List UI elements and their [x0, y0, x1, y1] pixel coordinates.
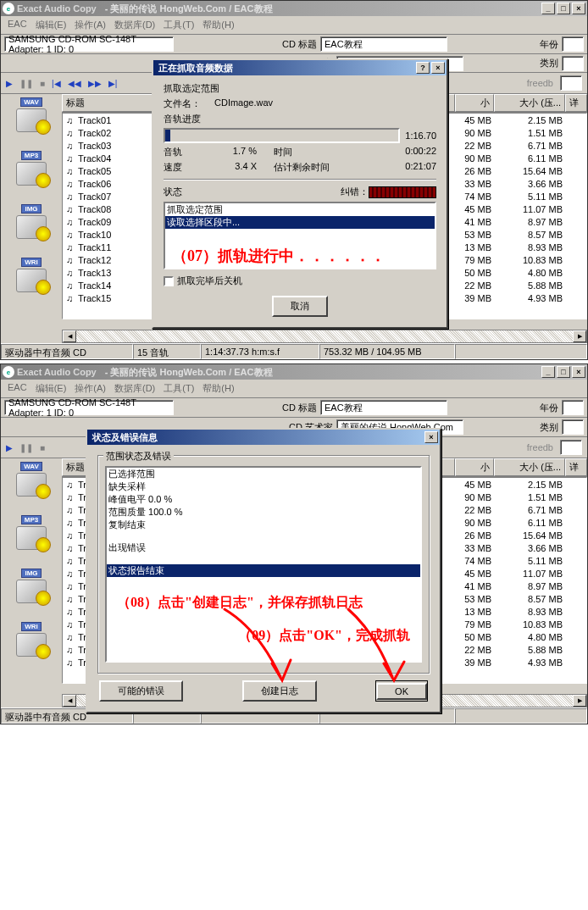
titlebar[interactable]: e Exact Audio Copy- 美丽的传说 HongWeb.Com / …: [1, 1, 587, 16]
menubar: EAC 编辑(E) 操作(A) 数据库(D) 工具(T) 帮助(H): [1, 16, 587, 35]
annotation-08: （08）点击"创建日志"，并保存抓轨日志: [107, 577, 420, 615]
list-item-selected: 状态报告结束: [107, 564, 420, 577]
toolbar-row: SAMSUNG CD-ROM SC-148T Adapter: 1 ID: 0 …: [1, 35, 587, 54]
next-button[interactable]: ▶|: [108, 79, 118, 88]
dialog-close-button[interactable]: ×: [424, 431, 438, 443]
freedb-input[interactable]: [560, 75, 582, 91]
menu-database[interactable]: 数据库(D): [111, 18, 158, 32]
sidebar: WAV MP3 IMG WRI: [1, 94, 62, 343]
col-small[interactable]: 小: [455, 458, 494, 476]
menu-help[interactable]: 帮助(H): [199, 381, 237, 396]
col-size[interactable]: 大小 (压...: [494, 458, 565, 476]
cd-icon: [16, 580, 47, 603]
shutdown-label: 抓取完毕后关机: [177, 275, 242, 286]
cancel-button[interactable]: 取消: [272, 296, 328, 317]
prev-button[interactable]: |◀: [52, 79, 61, 88]
cd-title-input[interactable]: EAC教程: [320, 36, 447, 52]
error-label: 纠错：: [341, 186, 369, 198]
speed-value: 3.4 X: [214, 161, 257, 174]
col-small[interactable]: 小: [455, 94, 494, 112]
play-button[interactable]: ▶: [6, 443, 13, 452]
menu-edit[interactable]: 编辑(E): [32, 18, 70, 32]
drive-select[interactable]: SAMSUNG CD-ROM SC-148T Adapter: 1 ID: 0: [4, 36, 174, 52]
menu-edit[interactable]: 编辑(E): [32, 381, 70, 396]
group-title: 范围状态及错误: [103, 450, 174, 463]
sidebar-wri[interactable]: WRI: [4, 622, 58, 657]
year-input[interactable]: [562, 36, 584, 52]
dialog-titlebar[interactable]: 正在抓取音频数据 ? ×: [153, 60, 447, 75]
create-log-button[interactable]: 创建日志: [242, 680, 317, 702]
menu-eac[interactable]: EAC: [4, 18, 31, 32]
year-input[interactable]: [562, 400, 584, 415]
freedb-label: freedb: [527, 442, 553, 452]
sidebar-wav[interactable]: WAV: [4, 97, 58, 132]
menu-tools[interactable]: 工具(T): [160, 381, 197, 396]
list-item: 复制结束: [107, 519, 420, 531]
close-button[interactable]: ×: [572, 366, 585, 378]
status-time: 1:14:37.73 h:m:s.f: [201, 344, 319, 359]
shutdown-checkbox[interactable]: [164, 276, 174, 286]
status-spare: [455, 344, 587, 359]
section-label: 抓取选定范围: [164, 82, 436, 95]
sidebar-wri[interactable]: WRI: [4, 258, 58, 292]
sidebar-img[interactable]: IMG: [4, 569, 58, 603]
error-meter: [369, 186, 436, 198]
toolbar-row: SAMSUNG CD-ROM SC-148T Adapter: 1 ID: 0 …: [1, 398, 587, 418]
genre-label: 类别: [540, 421, 558, 434]
freedb-input[interactable]: [560, 440, 582, 455]
eta-value: 0:21:07: [405, 161, 436, 174]
dialog-close-button[interactable]: ×: [431, 62, 445, 74]
menu-help[interactable]: 帮助(H): [199, 18, 237, 32]
menu-action[interactable]: 操作(A): [71, 18, 109, 32]
main-window-1: e Exact Audio Copy- 美丽的传说 HongWeb.Com / …: [0, 0, 588, 360]
stop-button[interactable]: ■: [40, 79, 45, 88]
menu-action[interactable]: 操作(A): [71, 381, 109, 396]
statusbar: 驱动器中有音频 CD 15 音轨 1:14:37.73 h:m:s.f 753.…: [1, 343, 587, 359]
minimize-button[interactable]: _: [541, 3, 555, 14]
cd-icon: [16, 526, 47, 550]
col-extra[interactable]: 详: [565, 458, 587, 476]
menu-eac[interactable]: EAC: [4, 381, 31, 396]
fwd-button[interactable]: ▶▶: [88, 79, 102, 88]
col-size[interactable]: 大小 (压...: [494, 94, 565, 112]
sidebar-mp3[interactable]: MP3: [4, 151, 58, 186]
pause-button[interactable]: ❚❚: [19, 79, 33, 88]
maximize-button[interactable]: □: [557, 3, 570, 14]
menu-database[interactable]: 数据库(D): [111, 381, 158, 396]
play-button[interactable]: ▶: [6, 79, 13, 88]
progress-bar: [164, 128, 400, 143]
genre-input[interactable]: [562, 56, 584, 71]
menubar: EAC 编辑(E) 操作(A) 数据库(D) 工具(T) 帮助(H): [1, 380, 587, 398]
rew-button[interactable]: ◀◀: [68, 79, 81, 88]
ok-button[interactable]: OK: [375, 680, 428, 702]
cd-icon: [16, 108, 47, 132]
track-percent: 1.7 %: [214, 146, 257, 158]
maximize-button[interactable]: □: [557, 366, 570, 378]
close-button[interactable]: ×: [572, 3, 585, 14]
status-tracks: 15 音轨: [133, 344, 201, 359]
possible-errors-button[interactable]: 可能的错误: [99, 680, 183, 702]
titlebar[interactable]: e Exact Audio Copy- 美丽的传说 HongWeb.Com / …: [1, 364, 587, 380]
status-drive: 驱动器中有音频 CD: [1, 344, 133, 359]
col-extra[interactable]: 详: [565, 94, 587, 112]
minimize-button[interactable]: _: [541, 366, 555, 378]
sidebar-wav[interactable]: WAV: [4, 462, 58, 497]
menu-tools[interactable]: 工具(T): [160, 18, 197, 32]
cd-title-input[interactable]: EAC教程: [320, 400, 447, 415]
status-listbox[interactable]: 已选择范围 缺失采样 峰值电平 0.0 % 范围质量 100.0 % 复制结束 …: [105, 466, 422, 663]
drive-select[interactable]: SAMSUNG CD-ROM SC-148T Adapter: 1 ID: 0: [4, 400, 174, 415]
annotation-09: （09）点击"OK"，完成抓轨: [107, 615, 420, 648]
sidebar-mp3[interactable]: MP3: [4, 515, 58, 550]
progress-time: 1:16.70: [405, 130, 436, 141]
sidebar: WAV MP3 IMG WRI: [1, 458, 62, 707]
sidebar-img[interactable]: IMG: [4, 204, 58, 239]
progress-label: 音轨进度: [164, 113, 214, 125]
pause-button[interactable]: ❚❚: [19, 443, 33, 452]
genre-label: 类别: [540, 57, 558, 69]
dialog-help-button[interactable]: ?: [416, 62, 430, 74]
state-label: 状态: [164, 186, 182, 198]
hscroll[interactable]: ◀▶: [62, 330, 587, 343]
dialog-titlebar[interactable]: 状态及错误信息 ×: [87, 430, 440, 445]
genre-input[interactable]: [562, 419, 584, 435]
stop-button[interactable]: ■: [40, 443, 45, 452]
